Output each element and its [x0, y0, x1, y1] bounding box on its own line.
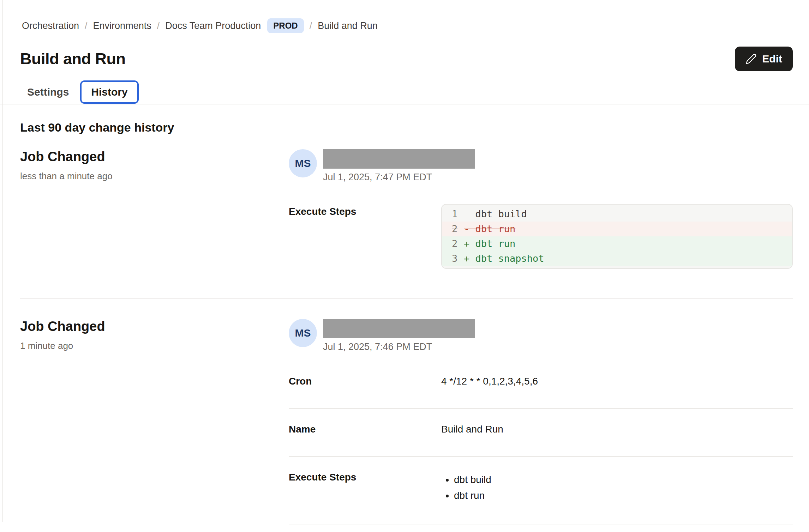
- diff-line-text: + dbt run: [464, 236, 515, 251]
- diff-line-number: 1: [442, 207, 464, 222]
- entry-time-ago: less than a minute ago: [20, 171, 289, 182]
- entry-divider: [20, 298, 793, 299]
- field-label: Execute Steps: [289, 472, 441, 503]
- breadcrumb: Orchestration / Environments / Docs Team…: [20, 18, 793, 33]
- diff-line-text: - dbt run: [464, 222, 515, 236]
- environment-prod-badge: PROD: [267, 18, 304, 33]
- page-title: Build and Run: [20, 50, 125, 68]
- breadcrumb-current-page: Build and Run: [318, 20, 378, 31]
- breadcrumb-separator: /: [157, 20, 160, 31]
- field-label: Execute Steps: [289, 204, 441, 269]
- breadcrumb-environments[interactable]: Environments: [93, 20, 151, 31]
- tabs-divider: [0, 104, 809, 104]
- author-row: MS Jul 1, 2025, 7:47 PM EDT: [289, 149, 793, 183]
- diff-line-added: 2 + dbt run: [442, 236, 792, 251]
- execute-steps-diff: 1 dbt build 2 - dbt run 2 + dbt run 3 + …: [441, 204, 793, 269]
- tab-history[interactable]: History: [80, 80, 138, 104]
- avatar: MS: [289, 319, 317, 347]
- field-row-execute-steps: Execute Steps dbt build dbt run: [289, 457, 793, 525]
- section-heading: Last 90 day change history: [20, 121, 793, 134]
- main-content: Orchestration / Environments / Docs Team…: [0, 0, 809, 532]
- edit-button-label: Edit: [762, 53, 782, 65]
- execute-step-item: dbt build: [454, 472, 491, 488]
- field-row-name: Name Build and Run: [289, 409, 793, 457]
- entry-title: Job Changed: [20, 149, 289, 164]
- page-header: Build and Run Edit: [20, 47, 793, 71]
- execute-steps-field: Execute Steps 1 dbt build 2 - dbt run 2 …: [289, 204, 793, 269]
- field-value: Build and Run: [441, 424, 503, 435]
- entry-title: Job Changed: [20, 319, 289, 334]
- field-list: Cron 4 */12 * * 0,1,2,3,4,5,6 Name Build…: [289, 376, 793, 532]
- diff-line-added: 3 + dbt snapshot: [442, 251, 792, 266]
- diff-line-text: dbt build: [464, 207, 527, 222]
- breadcrumb-separator: /: [310, 20, 312, 31]
- field-row-generate-docs: Generate Docs Yes: [289, 525, 793, 532]
- redacted-username: [323, 149, 475, 169]
- diff-line-removed: 2 - dbt run: [442, 222, 792, 236]
- execute-steps-list: dbt build dbt run: [454, 472, 491, 503]
- redacted-username: [323, 319, 475, 338]
- diff-line-context: 1 dbt build: [442, 207, 792, 222]
- field-label: Cron: [289, 376, 441, 387]
- change-history-entry: Job Changed less than a minute ago MS Ju…: [20, 149, 793, 269]
- entry-timestamp: Jul 1, 2025, 7:46 PM EDT: [323, 341, 475, 352]
- sidebar-edge-divider: [2, 0, 3, 522]
- breadcrumb-orchestration[interactable]: Orchestration: [22, 20, 79, 31]
- breadcrumb-environment-name[interactable]: Docs Team Production: [165, 20, 261, 31]
- entry-timestamp: Jul 1, 2025, 7:47 PM EDT: [323, 172, 475, 183]
- change-history-entry: Job Changed 1 minute ago MS Jul 1, 2025,…: [20, 319, 793, 532]
- diff-line-number: 2: [442, 236, 464, 251]
- edit-button[interactable]: Edit: [735, 47, 793, 71]
- tab-bar: Settings History: [20, 80, 793, 104]
- breadcrumb-separator: /: [85, 20, 88, 31]
- diff-line-number: 2: [442, 222, 464, 236]
- field-value: 4 */12 * * 0,1,2,3,4,5,6: [441, 376, 538, 387]
- execute-step-item: dbt run: [454, 488, 491, 503]
- tab-settings[interactable]: Settings: [20, 81, 77, 103]
- author-row: MS Jul 1, 2025, 7:46 PM EDT: [289, 319, 793, 352]
- diff-line-number: 3: [442, 251, 464, 266]
- entry-time-ago: 1 minute ago: [20, 340, 289, 351]
- avatar: MS: [289, 149, 317, 177]
- diff-line-text: + dbt snapshot: [464, 251, 544, 266]
- pencil-icon: [745, 53, 757, 65]
- field-row-cron: Cron 4 */12 * * 0,1,2,3,4,5,6: [289, 376, 793, 409]
- field-label: Name: [289, 424, 441, 435]
